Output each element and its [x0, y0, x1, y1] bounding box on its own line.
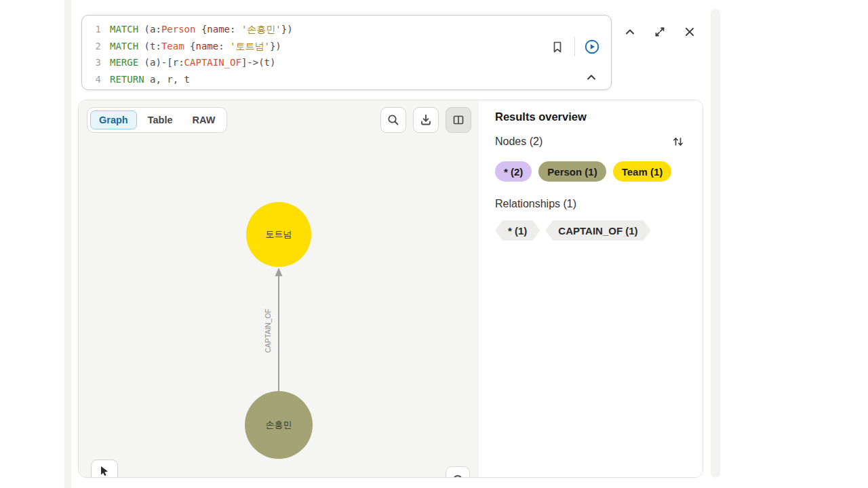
- bookmark-button[interactable]: [547, 36, 568, 58]
- tab-table[interactable]: Table: [139, 110, 182, 129]
- zoom-fit-button[interactable]: [446, 466, 470, 478]
- graph-panel[interactable]: CAPTAIN_OF 토트넘 손흥민 Graph Table RAW: [79, 100, 479, 477]
- nodes-heading: Nodes (2): [495, 136, 542, 148]
- results-overview-panel: Results overview Nodes (2) * (2)Person (…: [479, 100, 703, 477]
- node-label-pills: * (2)Person (1)Team (1): [495, 161, 686, 182]
- node-label-pill[interactable]: Person (1): [538, 161, 606, 182]
- expand-frame-button[interactable]: [649, 21, 671, 43]
- chevron-up-icon: [585, 71, 597, 83]
- relationship-type-chip[interactable]: * (1): [495, 220, 540, 241]
- line-number: 3: [90, 54, 101, 71]
- cursor-icon: [98, 465, 111, 477]
- code-line: 2MATCH (t:Team {name: '토트넘'}): [90, 38, 293, 55]
- relationship-type-chips: * (1)CAPTAIN_OF (1): [495, 220, 686, 241]
- relationship-type-chip[interactable]: CAPTAIN_OF (1): [545, 220, 650, 241]
- search-icon: [387, 113, 400, 127]
- editor-actions-divider: [574, 37, 575, 56]
- right-scrollbar[interactable]: [711, 9, 720, 478]
- results-overview-title: Results overview: [495, 110, 686, 123]
- results-card: CAPTAIN_OF 토트넘 손흥민 Graph Table RAW: [78, 100, 703, 478]
- collapse-frame-button[interactable]: [619, 21, 641, 43]
- cypher-editor[interactable]: 1MATCH (a:Person {name: '손흥민'})2MATCH (t…: [81, 15, 612, 90]
- tab-graph[interactable]: Graph: [90, 110, 137, 129]
- play-icon: [584, 39, 600, 55]
- view-tabs: Graph Table RAW: [87, 107, 227, 133]
- code-line: 3MERGE (a)-[r:CAPTAIN_OF]->(t): [90, 54, 293, 71]
- graph-node-label: 손흥민: [266, 419, 292, 431]
- code-line: 1MATCH (a:Person {name: '손흥민'}): [90, 21, 293, 38]
- line-number: 2: [90, 38, 101, 55]
- tab-raw[interactable]: RAW: [184, 110, 224, 129]
- editor-collapse-button[interactable]: [580, 66, 602, 88]
- search-button[interactable]: [380, 107, 406, 133]
- left-scroll-gutter[interactable]: [64, 0, 71, 488]
- sort-button[interactable]: [670, 134, 686, 150]
- run-query-button[interactable]: [581, 36, 603, 58]
- split-panel-icon: [452, 113, 465, 127]
- download-icon: [419, 113, 433, 127]
- bookmark-icon: [551, 40, 564, 54]
- download-button[interactable]: [413, 107, 439, 133]
- sort-arrows-icon: [671, 135, 685, 148]
- graph-node-label: 토트넘: [266, 228, 292, 241]
- graph-node-team[interactable]: 토트넘: [246, 202, 311, 267]
- chevron-up-icon: [623, 25, 637, 39]
- close-icon: [683, 25, 696, 39]
- relationships-heading: Relationships (1): [495, 198, 686, 210]
- toggle-overview-panel-button[interactable]: [446, 107, 471, 133]
- graph-node-person[interactable]: 손흥민: [245, 391, 313, 459]
- code-lines[interactable]: 1MATCH (a:Person {name: '손흥민'})2MATCH (t…: [90, 21, 293, 87]
- edge-label[interactable]: CAPTAIN_OF: [264, 308, 272, 352]
- code-line: 4RETURN a, r, t: [90, 71, 293, 88]
- line-number: 4: [90, 71, 101, 88]
- zoom-circle-icon: [451, 471, 465, 478]
- node-label-pill[interactable]: * (2): [495, 161, 532, 182]
- pointer-tool-button[interactable]: [91, 460, 118, 478]
- close-frame-button[interactable]: [679, 21, 701, 43]
- line-number: 1: [90, 21, 101, 38]
- expand-icon: [653, 25, 667, 39]
- node-label-pill[interactable]: Team (1): [613, 161, 672, 182]
